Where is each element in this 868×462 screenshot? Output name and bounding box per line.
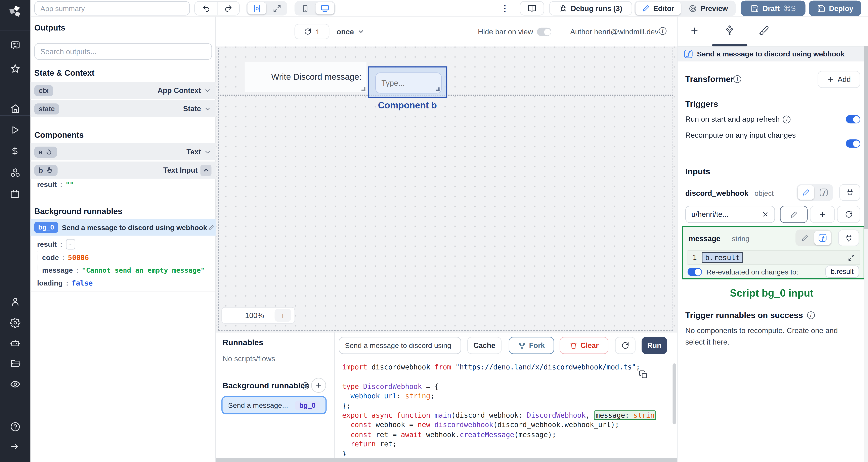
info-icon[interactable]: i <box>302 382 309 390</box>
info-icon[interactable]: i <box>734 75 741 83</box>
draft-button[interactable]: Draft⌘S <box>741 1 805 16</box>
resource-picker[interactable]: u/henri/te... <box>685 206 775 223</box>
component-row-b[interactable]: b Text Input <box>31 161 216 178</box>
selected-component-label: Component b <box>363 100 452 111</box>
resize-handle[interactable] <box>436 87 440 91</box>
docs-book-button[interactable] <box>520 1 544 16</box>
chevron-down-icon[interactable] <box>204 105 212 113</box>
run-on-start-toggle[interactable] <box>846 115 860 123</box>
tab-preview[interactable]: Preview <box>682 2 735 15</box>
resources-cubes-icon[interactable] <box>10 168 21 178</box>
runs-play-icon[interactable] <box>10 125 21 135</box>
script-name-input[interactable] <box>339 337 461 354</box>
mobile-icon[interactable] <box>296 2 314 14</box>
app-summary-input[interactable] <box>34 1 190 16</box>
panel-scrollbar-thumb[interactable] <box>864 46 868 229</box>
clear-x-icon[interactable] <box>762 211 769 218</box>
redo-icon[interactable] <box>217 2 239 15</box>
static-pencil-icon[interactable] <box>798 185 814 200</box>
add-resource-button[interactable] <box>810 206 835 223</box>
variables-dollar-icon[interactable] <box>10 146 21 156</box>
code-vertical-scrollbar[interactable] <box>673 363 676 424</box>
clear-button[interactable]: Clear <box>560 337 608 354</box>
settings-tab-components-icon[interactable] <box>724 25 735 36</box>
app-canvas[interactable]: Write Discord message: Component b − 100… <box>216 46 677 332</box>
bg0-row[interactable]: bg_0 Send a message to discord using web… <box>31 219 216 236</box>
alignment-toggle-group <box>246 1 287 16</box>
insert-tab-plus-icon[interactable] <box>690 26 699 35</box>
favorites-star-icon[interactable] <box>10 64 21 74</box>
align-center-icon[interactable] <box>248 2 267 14</box>
text-component-a[interactable]: Write Discord message: <box>245 62 367 92</box>
refresh-resource-button[interactable] <box>837 206 860 223</box>
add-runnable-button[interactable] <box>311 378 326 393</box>
info-icon[interactable]: i <box>807 311 815 319</box>
deploy-button[interactable]: Deploy <box>809 1 861 16</box>
connect-plug-icon[interactable] <box>838 230 859 246</box>
connect-plug-icon[interactable] <box>839 184 860 201</box>
pencil-icon[interactable] <box>208 224 214 230</box>
workspace-keypad-icon[interactable] <box>10 40 21 50</box>
zoom-in-button[interactable]: + <box>275 308 291 322</box>
output-row-state[interactable]: state State <box>31 100 216 117</box>
run-on-start-label: Run on start and app refreshi <box>685 115 791 123</box>
collapse-minus-button[interactable]: - <box>66 239 75 250</box>
folders-icon[interactable] <box>10 358 21 369</box>
schedules-calendar-icon[interactable] <box>10 189 21 200</box>
preview-target-icon <box>689 4 697 12</box>
home-icon[interactable] <box>10 103 21 114</box>
eval-function-icon[interactable]: ƒ <box>815 185 832 200</box>
chevron-down-icon[interactable] <box>204 148 212 156</box>
search-outputs-input[interactable] <box>34 43 212 60</box>
eval-function-icon[interactable]: ƒ <box>814 231 831 245</box>
collapse-chevron-up[interactable] <box>200 165 211 176</box>
selected-component-b[interactable] <box>368 66 447 98</box>
info-icon[interactable]: i <box>783 115 791 123</box>
cache-button[interactable]: Cache <box>467 337 501 354</box>
windmill-logo-icon[interactable] <box>8 4 22 19</box>
bg0-runnable-item[interactable]: Send a message... bg_0 <box>221 396 327 415</box>
kebab-menu-icon[interactable]: ⋮ <box>500 2 509 14</box>
styling-tab-brush-icon[interactable] <box>759 26 769 36</box>
tab-editor[interactable]: Editor <box>636 2 681 15</box>
code-lines[interactable]: import discordwebhook from "https://deno… <box>342 362 672 456</box>
expand-editor-icon[interactable] <box>847 254 855 261</box>
text-input-component[interactable] <box>375 72 442 94</box>
workers-robot-icon[interactable] <box>10 338 21 349</box>
undo-icon[interactable] <box>195 2 217 15</box>
debug-runs-button[interactable]: Debug runs (3) <box>549 1 632 16</box>
fullscreen-expand-icon[interactable] <box>268 2 286 14</box>
expr-value[interactable]: b.result <box>703 253 743 262</box>
panel-scrollbar-track[interactable] <box>864 46 868 462</box>
output-row-ctx[interactable]: ctx App Context <box>31 82 216 99</box>
copy-code-icon[interactable] <box>639 370 648 379</box>
recompute-toggle[interactable] <box>846 139 860 147</box>
refresh-mode-dropdown[interactable]: once <box>337 24 365 39</box>
add-transformer-button[interactable]: Add <box>817 71 860 88</box>
component-row-a[interactable]: a Text <box>31 143 216 160</box>
component-settings-panel: ƒ Send a message to discord using webhoo… <box>677 16 868 462</box>
refresh-script-button[interactable] <box>615 337 636 354</box>
user-icon[interactable] <box>10 297 21 307</box>
audit-eye-icon[interactable] <box>10 379 21 389</box>
run-button[interactable]: Run <box>642 337 667 354</box>
fork-button[interactable]: Fork <box>509 337 554 354</box>
settings-gear-icon[interactable] <box>10 318 21 328</box>
static-pencil-icon[interactable] <box>797 231 813 245</box>
zoom-out-button[interactable]: − <box>230 310 235 320</box>
resize-handle[interactable] <box>362 87 365 91</box>
collapse-arrow-icon[interactable] <box>10 442 21 452</box>
chevron-down-icon[interactable] <box>204 87 212 94</box>
reeval-target-pill[interactable]: b.result <box>825 265 859 278</box>
info-icon[interactable]: i <box>659 27 667 35</box>
fork-icon <box>518 341 526 349</box>
edit-resource-pencil-button[interactable] <box>780 206 808 223</box>
expr-editor-line[interactable]: 1 b.result <box>688 250 860 265</box>
selected-runnable-header: ƒ Send a message to discord using webhoo… <box>678 46 868 61</box>
desktop-icon[interactable] <box>315 2 334 14</box>
horizontal-scrollbar[interactable] <box>216 458 677 462</box>
refresh-count-box[interactable]: 1 <box>294 24 330 39</box>
help-icon[interactable] <box>10 422 21 432</box>
reeval-toggle[interactable] <box>688 268 702 276</box>
hide-bar-toggle[interactable] <box>537 28 551 36</box>
